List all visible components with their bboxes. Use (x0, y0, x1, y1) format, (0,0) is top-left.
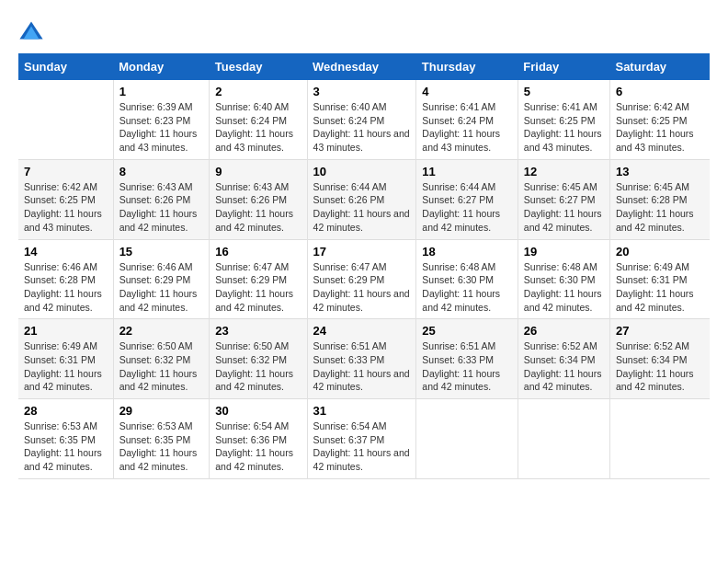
day-number: 18 (422, 245, 511, 259)
day-info: Sunrise: 6:44 AMSunset: 6:27 PMDaylight:… (422, 180, 511, 235)
calendar-cell: 22Sunrise: 6:50 AMSunset: 6:32 PMDayligh… (113, 319, 210, 399)
day-info: Sunrise: 6:45 AMSunset: 6:28 PMDaylight:… (616, 180, 704, 235)
page-header (18, 18, 710, 44)
header-row: SundayMondayTuesdayWednesdayThursdayFrid… (18, 53, 710, 80)
day-info: Sunrise: 6:53 AMSunset: 6:35 PMDaylight:… (119, 419, 204, 474)
day-number: 25 (422, 324, 511, 338)
calendar-cell: 13Sunrise: 6:45 AMSunset: 6:28 PMDayligh… (609, 159, 710, 239)
day-info: Sunrise: 6:49 AMSunset: 6:31 PMDaylight:… (616, 260, 704, 315)
day-number: 22 (119, 324, 204, 338)
calendar-week-1: 1Sunrise: 6:39 AMSunset: 6:23 PMDaylight… (18, 80, 710, 159)
day-info: Sunrise: 6:46 AMSunset: 6:29 PMDaylight:… (119, 260, 204, 315)
day-number: 28 (24, 404, 108, 418)
day-info: Sunrise: 6:40 AMSunset: 6:24 PMDaylight:… (215, 100, 301, 155)
calendar-cell: 23Sunrise: 6:50 AMSunset: 6:32 PMDayligh… (210, 319, 307, 399)
day-info: Sunrise: 6:42 AMSunset: 6:25 PMDaylight:… (616, 100, 704, 155)
day-info: Sunrise: 6:41 AMSunset: 6:24 PMDaylight:… (422, 100, 511, 155)
calendar-cell: 27Sunrise: 6:52 AMSunset: 6:34 PMDayligh… (609, 319, 710, 399)
calendar-cell: 30Sunrise: 6:54 AMSunset: 6:36 PMDayligh… (210, 399, 307, 479)
calendar-cell: 8Sunrise: 6:43 AMSunset: 6:26 PMDaylight… (113, 159, 210, 239)
calendar-cell: 2Sunrise: 6:40 AMSunset: 6:24 PMDaylight… (210, 80, 307, 159)
calendar-cell: 5Sunrise: 6:41 AMSunset: 6:25 PMDaylight… (518, 80, 609, 159)
calendar-cell: 24Sunrise: 6:51 AMSunset: 6:33 PMDayligh… (307, 319, 416, 399)
header-saturday: Saturday (609, 53, 710, 80)
day-number: 27 (616, 324, 704, 338)
calendar-cell: 15Sunrise: 6:46 AMSunset: 6:29 PMDayligh… (113, 239, 210, 319)
day-info: Sunrise: 6:50 AMSunset: 6:32 PMDaylight:… (215, 339, 301, 394)
day-info: Sunrise: 6:54 AMSunset: 6:36 PMDaylight:… (215, 419, 301, 474)
day-info: Sunrise: 6:52 AMSunset: 6:34 PMDaylight:… (616, 339, 704, 394)
calendar-week-2: 7Sunrise: 6:42 AMSunset: 6:25 PMDaylight… (18, 159, 710, 239)
day-number: 9 (215, 165, 301, 178)
day-number: 4 (422, 85, 511, 98)
day-number: 26 (524, 324, 604, 338)
logo-icon (18, 18, 44, 44)
day-info: Sunrise: 6:47 AMSunset: 6:29 PMDaylight:… (215, 260, 301, 315)
calendar-cell: 29Sunrise: 6:53 AMSunset: 6:35 PMDayligh… (113, 399, 210, 479)
calendar-cell (18, 80, 113, 159)
calendar-cell: 16Sunrise: 6:47 AMSunset: 6:29 PMDayligh… (210, 239, 307, 319)
day-info: Sunrise: 6:52 AMSunset: 6:34 PMDaylight:… (524, 339, 604, 394)
day-info: Sunrise: 6:43 AMSunset: 6:26 PMDaylight:… (119, 180, 204, 235)
day-info: Sunrise: 6:45 AMSunset: 6:27 PMDaylight:… (524, 180, 604, 235)
day-number: 14 (24, 245, 108, 259)
header-tuesday: Tuesday (210, 53, 307, 80)
day-info: Sunrise: 6:54 AMSunset: 6:37 PMDaylight:… (313, 419, 411, 474)
day-info: Sunrise: 6:48 AMSunset: 6:30 PMDaylight:… (524, 260, 604, 315)
day-info: Sunrise: 6:50 AMSunset: 6:32 PMDaylight:… (119, 339, 204, 394)
calendar-cell: 31Sunrise: 6:54 AMSunset: 6:37 PMDayligh… (307, 399, 416, 479)
calendar-cell: 10Sunrise: 6:44 AMSunset: 6:26 PMDayligh… (307, 159, 416, 239)
header-wednesday: Wednesday (307, 53, 416, 80)
day-info: Sunrise: 6:43 AMSunset: 6:26 PMDaylight:… (215, 180, 301, 235)
calendar-cell: 11Sunrise: 6:44 AMSunset: 6:27 PMDayligh… (416, 159, 518, 239)
calendar-cell (416, 399, 518, 479)
day-number: 1 (119, 85, 204, 98)
calendar-cell: 21Sunrise: 6:49 AMSunset: 6:31 PMDayligh… (18, 319, 113, 399)
calendar-header: SundayMondayTuesdayWednesdayThursdayFrid… (18, 53, 710, 80)
calendar-body: 1Sunrise: 6:39 AMSunset: 6:23 PMDaylight… (18, 80, 710, 478)
day-number: 30 (215, 404, 301, 418)
calendar-cell: 3Sunrise: 6:40 AMSunset: 6:24 PMDaylight… (307, 80, 416, 159)
day-info: Sunrise: 6:44 AMSunset: 6:26 PMDaylight:… (313, 180, 411, 235)
day-number: 23 (215, 324, 301, 338)
day-number: 29 (119, 404, 204, 418)
day-info: Sunrise: 6:41 AMSunset: 6:25 PMDaylight:… (524, 100, 604, 155)
calendar-cell: 9Sunrise: 6:43 AMSunset: 6:26 PMDaylight… (210, 159, 307, 239)
day-info: Sunrise: 6:49 AMSunset: 6:31 PMDaylight:… (24, 339, 108, 394)
day-number: 13 (616, 165, 704, 178)
day-info: Sunrise: 6:53 AMSunset: 6:35 PMDaylight:… (24, 419, 108, 474)
header-sunday: Sunday (18, 53, 113, 80)
header-thursday: Thursday (416, 53, 518, 80)
calendar-cell: 14Sunrise: 6:46 AMSunset: 6:28 PMDayligh… (18, 239, 113, 319)
calendar-cell: 26Sunrise: 6:52 AMSunset: 6:34 PMDayligh… (518, 319, 609, 399)
calendar-week-5: 28Sunrise: 6:53 AMSunset: 6:35 PMDayligh… (18, 399, 710, 479)
day-number: 7 (24, 165, 108, 178)
calendar-cell: 7Sunrise: 6:42 AMSunset: 6:25 PMDaylight… (18, 159, 113, 239)
header-monday: Monday (113, 53, 210, 80)
day-number: 16 (215, 245, 301, 259)
day-number: 6 (616, 85, 704, 98)
day-number: 12 (524, 165, 604, 178)
day-number: 15 (119, 245, 204, 259)
day-number: 3 (313, 85, 411, 98)
calendar-cell: 12Sunrise: 6:45 AMSunset: 6:27 PMDayligh… (518, 159, 609, 239)
day-number: 20 (616, 245, 704, 259)
day-number: 21 (24, 324, 108, 338)
day-info: Sunrise: 6:42 AMSunset: 6:25 PMDaylight:… (24, 180, 108, 235)
day-number: 24 (313, 324, 411, 338)
day-info: Sunrise: 6:48 AMSunset: 6:30 PMDaylight:… (422, 260, 511, 315)
day-number: 8 (119, 165, 204, 178)
day-number: 2 (215, 85, 301, 98)
calendar-week-4: 21Sunrise: 6:49 AMSunset: 6:31 PMDayligh… (18, 319, 710, 399)
day-info: Sunrise: 6:39 AMSunset: 6:23 PMDaylight:… (119, 100, 204, 155)
calendar-cell: 20Sunrise: 6:49 AMSunset: 6:31 PMDayligh… (609, 239, 710, 319)
calendar-week-3: 14Sunrise: 6:46 AMSunset: 6:28 PMDayligh… (18, 239, 710, 319)
calendar-cell: 1Sunrise: 6:39 AMSunset: 6:23 PMDaylight… (113, 80, 210, 159)
calendar-cell: 25Sunrise: 6:51 AMSunset: 6:33 PMDayligh… (416, 319, 518, 399)
day-info: Sunrise: 6:40 AMSunset: 6:24 PMDaylight:… (313, 100, 411, 155)
calendar-cell: 28Sunrise: 6:53 AMSunset: 6:35 PMDayligh… (18, 399, 113, 479)
header-friday: Friday (518, 53, 609, 80)
calendar-table: SundayMondayTuesdayWednesdayThursdayFrid… (18, 53, 710, 479)
day-number: 31 (313, 404, 411, 418)
calendar-cell: 19Sunrise: 6:48 AMSunset: 6:30 PMDayligh… (518, 239, 609, 319)
